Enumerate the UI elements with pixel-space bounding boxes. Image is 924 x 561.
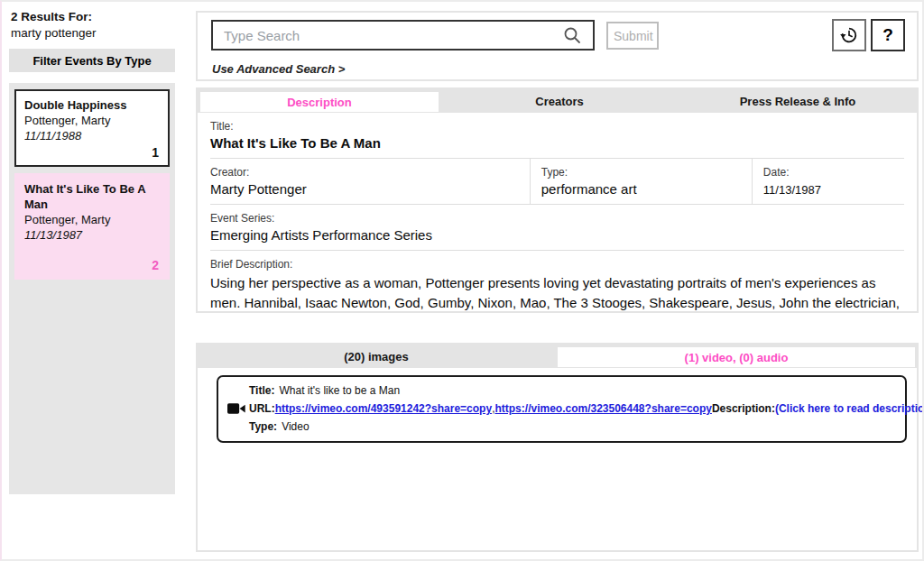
- event-title: What It's Like To Be A Man: [210, 133, 904, 158]
- date-field: Date: 11/13/1987: [752, 159, 904, 204]
- title-field: Title: What It's Like To Be A Man: [210, 113, 904, 159]
- meta-fields-row: Creator: Marty Pottenger Type: performan…: [210, 159, 904, 205]
- results-count-label: 2 Results For:: [11, 9, 97, 25]
- video-type-row: Type: Video: [227, 418, 896, 436]
- question-mark-icon: ?: [882, 25, 893, 45]
- title-label: Title:: [210, 113, 904, 133]
- tab-creators[interactable]: Creators: [440, 89, 679, 113]
- video-type-label: Type:: [249, 420, 277, 433]
- search-query-text: marty pottenger: [11, 25, 97, 41]
- date-label: Date:: [763, 159, 904, 179]
- result-date: 11/11/1988: [24, 128, 160, 143]
- tab-video-audio[interactable]: (1) video, (0) audio: [558, 347, 915, 367]
- vimeo-link-1[interactable]: https://vimeo.com/493591242?share=copy: [275, 402, 492, 415]
- event-series-field: Event Series: Emerging Artists Performan…: [210, 205, 904, 251]
- media-panel: (20) images (1) video, (0) audio Title: …: [196, 343, 919, 552]
- brief-description-text: Using her perspective as a woman, Potten…: [210, 271, 904, 313]
- help-button[interactable]: ?: [871, 19, 905, 51]
- video-item-card: Title: What it's like to be a Man URL: h…: [217, 375, 907, 443]
- result-number: 2: [152, 258, 159, 272]
- video-type-value: Video: [282, 420, 309, 433]
- video-url-row: URL: https://vimeo.com/493591242?share=c…: [227, 400, 896, 418]
- search-icon: [563, 26, 581, 44]
- creator-field: Creator: Marty Pottenger: [210, 159, 530, 204]
- results-list: Double Happiness Pottenger, Marty 11/11/…: [9, 83, 175, 494]
- read-description-link[interactable]: (Click here to read description): [775, 402, 924, 415]
- result-item-double-happiness[interactable]: Double Happiness Pottenger, Marty 11/11/…: [14, 89, 170, 167]
- event-series-label: Event Series:: [210, 205, 904, 225]
- description-content: Title: What It's Like To Be A Man Creato…: [198, 113, 917, 313]
- history-icon: [839, 25, 859, 45]
- video-title-value: What it's like to be a Man: [279, 384, 400, 397]
- result-creator: Pottenger, Marty: [24, 212, 160, 227]
- result-date: 11/13/1987: [24, 227, 160, 243]
- brief-description-field: Brief Description: Using her perspective…: [210, 251, 904, 313]
- result-creator: Pottenger, Marty: [24, 113, 160, 128]
- tab-images[interactable]: (20) images: [198, 345, 555, 368]
- results-summary: 2 Results For: marty pottenger: [11, 9, 97, 41]
- result-title: What It's Like To Be A Man: [24, 181, 160, 212]
- event-detail-panel: Description Creators Press Release & Inf…: [196, 87, 919, 313]
- video-url-label: URL:: [249, 402, 275, 415]
- media-tab-bar: (20) images (1) video, (0) audio: [198, 345, 917, 368]
- type-value: performance art: [541, 179, 752, 204]
- app-window: 2 Results For: marty pottenger Filter Ev…: [0, 0, 924, 561]
- tab-description[interactable]: Description: [200, 92, 439, 112]
- result-number: 1: [152, 145, 159, 160]
- type-field: Type: performance art: [530, 159, 752, 204]
- submit-button[interactable]: Submit: [606, 22, 659, 50]
- video-title-label: Title:: [249, 384, 274, 397]
- vimeo-link-2[interactable]: https://vimeo.com/323506448?share=copy: [494, 402, 711, 415]
- creator-label: Creator:: [210, 159, 530, 179]
- advanced-search-link[interactable]: Use Advanced Search >: [212, 62, 345, 76]
- type-label: Type:: [541, 159, 752, 179]
- event-series-value: Emerging Artists Performance Series: [210, 225, 904, 250]
- video-description-label: Description:: [712, 402, 775, 415]
- search-history-button[interactable]: [832, 19, 866, 51]
- tab-press-release-info[interactable]: Press Release & Info: [679, 89, 917, 113]
- video-title-row: Title: What it's like to be a Man: [227, 382, 896, 400]
- detail-tab-bar: Description Creators Press Release & Inf…: [198, 89, 917, 113]
- brief-description-label: Brief Description:: [210, 251, 904, 271]
- date-value: 11/13/1987: [763, 179, 904, 204]
- video-camera-icon: [227, 402, 249, 415]
- result-title: Double Happiness: [24, 97, 160, 113]
- search-input[interactable]: [211, 20, 595, 51]
- filter-events-button[interactable]: Filter Events By Type: [9, 49, 175, 72]
- search-panel: Submit Use Advanced Search > ?: [196, 11, 919, 81]
- result-item-what-its-like-to-be-a-man[interactable]: What It's Like To Be A Man Pottenger, Ma…: [14, 173, 170, 280]
- creator-value: Marty Pottenger: [210, 179, 530, 204]
